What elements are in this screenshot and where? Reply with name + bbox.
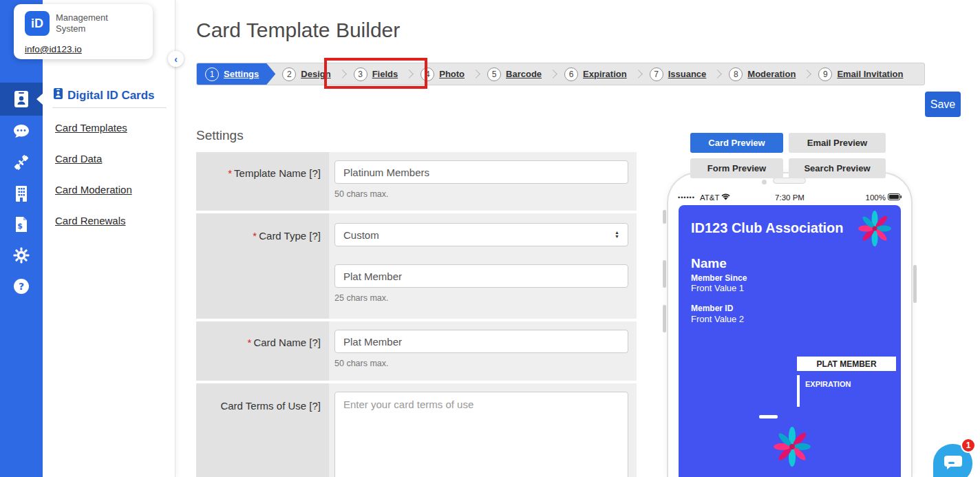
rail-item-organization[interactable] [0, 178, 43, 209]
select-arrows-icon: ▲▼ [615, 231, 619, 239]
step-moderation[interactable]: 8 Moderation [722, 63, 802, 85]
card-terms-label: Card Terms of Use [?] [196, 383, 329, 477]
phone-volume-down-button [663, 305, 666, 332]
billing-icon: $ [14, 216, 28, 233]
step-separator [471, 70, 480, 78]
card-type-label: *Card Type [?] [196, 213, 329, 319]
section-heading-settings: Settings [196, 128, 244, 143]
rail-item-settings[interactable] [0, 240, 43, 271]
phone-power-button [913, 265, 917, 303]
card-name-field-label: Name [691, 256, 727, 271]
settings-form: *Template Name [?] 50 chars max. *Card T… [196, 152, 637, 477]
card-name-input[interactable] [334, 330, 628, 353]
rail-item-billing[interactable]: $ [0, 209, 43, 240]
phone-volume-up-button [663, 260, 666, 288]
sidebar-heading-digital-id-cards: Digital ID Cards [54, 88, 155, 103]
help-icon: ? [13, 278, 30, 295]
form-row-card-terms: Card Terms of Use [?] [196, 383, 637, 477]
svg-text:$: $ [17, 222, 23, 231]
sidebar-item-card-renewals[interactable]: Card Renewals [55, 215, 126, 226]
id-card-preview: ID123 Club Association Name Member Since… [679, 205, 901, 477]
step-email-invitation[interactable]: 9 Email Invitation [811, 63, 910, 85]
wifi-icon [721, 193, 730, 202]
step-fields[interactable]: 3 Fields [347, 63, 405, 85]
step-separator [405, 70, 414, 78]
card-member-since-label: Member Since [691, 273, 747, 283]
phone-mute-switch [663, 210, 666, 224]
step-barcode[interactable]: 5 Barcode [480, 63, 548, 85]
help-hint[interactable]: [?] [309, 337, 321, 348]
save-button[interactable]: Save [925, 92, 961, 117]
sidebar-divider [52, 107, 167, 108]
card-name-helper: 50 chars max. [334, 359, 628, 368]
page-title: Card Template Builder [196, 19, 400, 42]
svg-text:?: ? [19, 281, 24, 292]
card-front-value-2: Front Value 2 [691, 314, 744, 324]
step-expiration[interactable]: 6 Expiration [557, 63, 634, 85]
help-hint[interactable]: [?] [309, 167, 321, 179]
chat-notification-badge: 1 [961, 438, 976, 453]
phone-status-bar: 7:30 PM •••••• AT&T 100% [678, 192, 902, 203]
sidebar-item-card-moderation[interactable]: Card Moderation [55, 184, 132, 195]
card-type-helper: 25 chars max. [334, 293, 628, 303]
card-expiration-label: EXPIRATION [805, 380, 851, 388]
template-name-input[interactable] [334, 160, 628, 184]
template-name-label: *Template Name [?] [196, 152, 329, 211]
phone-camera-dot [762, 180, 767, 184]
module-sidebar: Digital ID Cards Card Templates Card Dat… [43, 0, 175, 477]
card-name-badge: PLAT MEMBER [797, 357, 896, 371]
template-name-helper: 50 chars max. [334, 189, 628, 199]
card-footer-flower-icon [772, 427, 812, 469]
step-design[interactable]: 2 Design [275, 63, 337, 85]
step-separator [803, 70, 812, 78]
integrations-icon [12, 153, 30, 171]
phone-mockup: 7:30 PM •••••• AT&T 100% ID123 Club Asso… [667, 172, 913, 477]
tab-email-preview[interactable]: Email Preview [789, 133, 886, 153]
icon-rail: $ ? [0, 0, 43, 477]
step-separator [634, 70, 643, 78]
card-terms-textarea[interactable] [334, 392, 628, 477]
battery-icon [888, 193, 902, 202]
tab-card-preview[interactable]: Card Preview [690, 133, 783, 153]
sidebar-item-card-data[interactable]: Card Data [55, 153, 102, 165]
help-hint[interactable]: [?] [309, 230, 321, 242]
brand-card: iD Management System info@id123.io [14, 4, 153, 59]
step-photo[interactable]: 4 Photo [414, 63, 471, 85]
settings-icon [13, 247, 30, 264]
signal-dots: •••••• [678, 194, 695, 201]
sidebar-collapse-button[interactable]: ‹ [168, 51, 184, 67]
tab-search-preview[interactable]: Search Preview [789, 158, 886, 178]
org-logo-flower-icon [857, 211, 893, 249]
form-row-card-name: *Card Name [?] 50 chars max. [196, 321, 637, 381]
chat-bubble-icon [944, 456, 962, 472]
card-org-name: ID123 Club Association [691, 220, 844, 236]
phone-speaker [773, 178, 806, 184]
rail-item-help[interactable]: ? [0, 271, 43, 301]
card-template-builder-app: $ ? Digital ID Cards Card Templates Card… [0, 0, 980, 477]
help-hint[interactable]: [?] [309, 400, 321, 412]
account-email-link[interactable]: info@id123.io [25, 44, 82, 54]
organization-icon [14, 185, 28, 202]
step-settings[interactable]: 1 Settings [197, 63, 275, 85]
sidebar-heading-label: Digital ID Cards [67, 89, 155, 103]
form-row-template-name: *Template Name [?] 50 chars max. [196, 152, 637, 211]
card-type-custom-input[interactable] [334, 264, 628, 288]
rail-item-messages[interactable] [0, 116, 43, 147]
card-member-id-label: Member ID [691, 304, 733, 313]
step-issuance[interactable]: 7 Issuance [643, 63, 714, 85]
carrier-label: AT&T [700, 193, 720, 202]
card-type-select[interactable]: Custom ▲▼ [334, 223, 628, 246]
step-separator [548, 70, 557, 78]
battery-percent: 100% [866, 193, 886, 202]
rail-item-id-cards[interactable] [0, 83, 43, 116]
chat-icon [13, 124, 30, 139]
builder-stepper: 1 Settings 2 Design 3 Fields 4 Photo 5 B… [196, 63, 925, 85]
sidebar-item-card-templates[interactable]: Card Templates [55, 122, 127, 134]
tab-form-preview[interactable]: Form Preview [690, 158, 783, 178]
step-separator [713, 70, 722, 78]
brand-logo: iD [25, 11, 50, 36]
rail-item-integrations[interactable] [0, 147, 43, 178]
step-separator [338, 70, 347, 78]
card-placeholder-dash [759, 415, 778, 418]
id-card-icon [14, 90, 29, 108]
